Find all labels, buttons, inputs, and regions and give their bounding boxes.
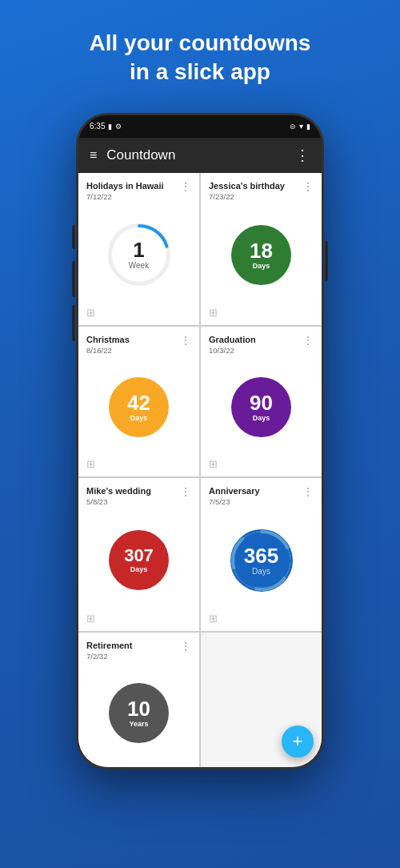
power-button bbox=[325, 241, 328, 281]
add-countdown-button[interactable]: + bbox=[282, 725, 314, 757]
status-time: 6:35 ▮ ⚙ bbox=[90, 122, 122, 131]
countdown-value: 42 bbox=[127, 392, 150, 413]
card-footer: ⊞ bbox=[209, 455, 314, 470]
countdown-grid: Holidays in Hawaii 7/12/22 ⋮ 1 Wee bbox=[78, 173, 322, 767]
toolbar-title: Countdown bbox=[106, 147, 175, 163]
card-retirement: Retirement 7/2/32 ⋮ 10 Years bbox=[78, 633, 199, 767]
card-info: Mike's wedding 5/8/23 bbox=[86, 486, 151, 506]
status-bar: 6:35 ▮ ⚙ ⊖ ▾ ▮ bbox=[78, 115, 322, 138]
countdown-unit: Days bbox=[252, 567, 270, 576]
battery-icon: ▮ bbox=[306, 123, 310, 131]
wifi-icon: ▾ bbox=[299, 122, 303, 131]
card-more-icon[interactable]: ⋮ bbox=[180, 335, 191, 346]
countdown-value: 90 bbox=[250, 392, 273, 413]
sim-icon: ▮ bbox=[108, 123, 112, 131]
card-header: Anniversary 7/5/23 ⋮ bbox=[209, 486, 314, 506]
card-title: Mike's wedding bbox=[86, 486, 151, 496]
hero-text: All your countdowns in a slick app bbox=[66, 29, 335, 87]
card-date: 8/16/22 bbox=[86, 346, 130, 355]
card-header: Holidays in Hawaii 7/12/22 ⋮ bbox=[86, 181, 191, 201]
widget-icon: ⊞ bbox=[86, 613, 95, 625]
countdown-value: 365 bbox=[244, 545, 278, 566]
card-anniversary: Anniversary 7/5/23 ⋮ 365 bbox=[201, 478, 322, 630]
hamburger-icon[interactable]: ≡ bbox=[90, 148, 97, 163]
card-title: Retirement bbox=[86, 641, 132, 651]
card-info: Anniversary 7/5/23 bbox=[209, 486, 260, 506]
card-footer: ⊞ bbox=[86, 609, 191, 625]
arc-svg bbox=[108, 223, 170, 286]
countdown-unit: Days bbox=[130, 414, 148, 422]
circle-content: 365 Days bbox=[244, 545, 278, 576]
countdown-circle: 18 Days bbox=[231, 225, 291, 285]
card-more-icon[interactable]: ⋮ bbox=[302, 486, 314, 497]
hero-line1: All your countdowns bbox=[90, 30, 311, 55]
volume-down-button bbox=[72, 305, 75, 341]
card-date: 7/23/22 bbox=[209, 192, 285, 201]
card-date: 5/8/23 bbox=[86, 497, 151, 506]
countdown-value: 10 bbox=[127, 698, 150, 719]
card-header: Graduation 10/3/22 ⋮ bbox=[209, 335, 314, 355]
card-date: 7/12/22 bbox=[86, 192, 164, 201]
countdown-circle: 365 Days bbox=[230, 529, 293, 592]
card-title: Holidays in Hawaii bbox=[86, 181, 164, 191]
card-header: Retirement 7/2/32 ⋮ bbox=[86, 641, 191, 661]
card-more-icon[interactable]: ⋮ bbox=[180, 486, 191, 497]
card-body: 1 Week bbox=[86, 203, 191, 303]
phone-mockup: 6:35 ▮ ⚙ ⊖ ▾ ▮ ≡ Countdown ⋮ bbox=[76, 113, 324, 770]
widget-icon: ⊞ bbox=[209, 458, 218, 470]
countdown-unit: Days bbox=[253, 262, 270, 270]
app-toolbar: ≡ Countdown ⋮ bbox=[78, 138, 322, 173]
card-date: 7/5/23 bbox=[209, 497, 260, 506]
widget-icon: ⊞ bbox=[86, 458, 95, 470]
home-bar bbox=[78, 767, 322, 770]
volume-up-button bbox=[72, 261, 75, 297]
mute-button bbox=[72, 225, 75, 249]
card-more-icon[interactable]: ⋮ bbox=[302, 335, 314, 346]
countdown-unit: Years bbox=[129, 720, 148, 728]
card-holidays-hawaii: Holidays in Hawaii 7/12/22 ⋮ 1 Wee bbox=[78, 173, 199, 325]
card-title: Jessica's birthday bbox=[209, 181, 285, 191]
alarm-icon: ⊖ bbox=[290, 123, 296, 131]
card-info: Christmas 8/16/22 bbox=[86, 335, 130, 355]
card-body: 18 Days bbox=[209, 203, 314, 303]
card-jessicas-birthday: Jessica's birthday 7/23/22 ⋮ 18 Days ⊞ bbox=[201, 173, 322, 325]
card-title: Anniversary bbox=[209, 486, 260, 496]
phone-screen: 6:35 ▮ ⚙ ⊖ ▾ ▮ ≡ Countdown ⋮ bbox=[76, 113, 324, 770]
card-footer: ⊞ bbox=[86, 303, 191, 319]
card-mikes-wedding: Mike's wedding 5/8/23 ⋮ 307 Days ⊞ bbox=[78, 478, 199, 630]
card-info: Jessica's birthday 7/23/22 bbox=[209, 181, 285, 201]
card-date: 7/2/32 bbox=[86, 652, 132, 661]
card-more-icon[interactable]: ⋮ bbox=[180, 641, 191, 652]
card-graduation: Graduation 10/3/22 ⋮ 90 Days ⊞ bbox=[201, 327, 322, 476]
card-date: 10/3/22 bbox=[209, 346, 256, 355]
countdown-unit: Days bbox=[130, 565, 148, 573]
countdown-unit: Days bbox=[253, 414, 270, 422]
card-footer: ⊞ bbox=[86, 455, 191, 470]
card-more-icon[interactable]: ⋮ bbox=[180, 181, 191, 192]
more-options-icon[interactable]: ⋮ bbox=[295, 147, 310, 164]
card-empty: + bbox=[201, 633, 322, 767]
countdown-circle: 307 Days bbox=[109, 530, 169, 590]
card-body: 42 Days bbox=[86, 356, 191, 455]
widget-icon: ⊞ bbox=[86, 307, 95, 319]
widget-icon: ⊞ bbox=[209, 307, 218, 319]
card-header: Christmas 8/16/22 ⋮ bbox=[86, 335, 191, 355]
content-area: Holidays in Hawaii 7/12/22 ⋮ 1 Wee bbox=[78, 173, 322, 767]
countdown-circle: 1 Week bbox=[108, 223, 170, 286]
countdown-circle: 42 Days bbox=[109, 377, 169, 437]
card-info: Retirement 7/2/32 bbox=[86, 641, 132, 661]
card-body: 10 Years bbox=[86, 662, 191, 761]
countdown-circle: 10 Years bbox=[109, 683, 169, 743]
card-christmas: Christmas 8/16/22 ⋮ 42 Days ⊞ bbox=[78, 327, 199, 476]
card-more-icon[interactable]: ⋮ bbox=[302, 181, 314, 192]
card-body: 90 Days bbox=[209, 356, 314, 455]
card-header: Mike's wedding 5/8/23 ⋮ bbox=[86, 486, 191, 506]
status-icons: ⊖ ▾ ▮ bbox=[290, 122, 310, 131]
hero-line2: in a slick app bbox=[130, 59, 270, 84]
countdown-value: 307 bbox=[124, 547, 154, 565]
settings-icon: ⚙ bbox=[115, 123, 122, 131]
toolbar-left: ≡ Countdown bbox=[90, 147, 175, 163]
card-info: Graduation 10/3/22 bbox=[209, 335, 256, 355]
card-title: Christmas bbox=[86, 335, 130, 345]
card-footer: ⊞ bbox=[209, 609, 314, 625]
